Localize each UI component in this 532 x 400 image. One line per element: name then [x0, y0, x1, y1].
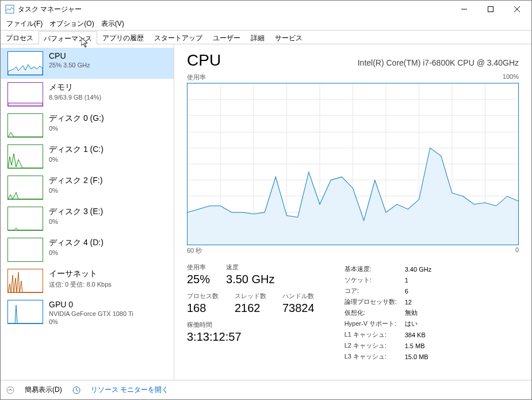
detail-pane: CPU Intel(R) Core(TM) i7-6800K CPU @ 3.4… — [174, 44, 531, 380]
menu-file[interactable]: ファイル(F) — [3, 18, 46, 30]
stat-label: コア: — [345, 286, 404, 296]
stat-logical: 12 — [405, 297, 438, 307]
close-button[interactable] — [504, 1, 530, 18]
stat-label: 仮想化: — [345, 308, 404, 318]
sidebar-item-label: ディスク 4 (D:) — [49, 238, 104, 248]
sidebar-item-label: ディスク 2 (F:) — [49, 176, 102, 186]
stat-label: L1 キャッシュ: — [345, 330, 404, 340]
menu-view[interactable]: 表示(V) — [98, 18, 128, 30]
svg-rect-5 — [8, 238, 43, 261]
disk-thumb-icon — [7, 176, 43, 200]
stat-cores: 6 — [405, 286, 438, 296]
sidebar-item-sub: 25% 3.50 GHz — [49, 62, 90, 68]
window-title: タスク マネージャー — [18, 5, 451, 14]
stat-processes: 168 — [187, 302, 219, 315]
sidebar-item-sub: 0% — [49, 125, 104, 132]
resmon-icon — [72, 386, 81, 394]
chart-x-end: 0 — [515, 246, 519, 255]
footer: 簡易表示(D) リソース モニターを開く — [1, 380, 531, 399]
window-controls — [451, 1, 530, 18]
sidebar-item-label: メモリ — [49, 82, 101, 93]
stat-virtualization: 無効 — [405, 308, 438, 318]
stat-usage: 25% — [187, 273, 210, 286]
open-resource-monitor-link[interactable]: リソース モニターを開く — [91, 385, 169, 395]
stat-label: L3 キャッシュ: — [345, 352, 404, 361]
sidebar-item-sub: 送信: 0 受信: 8.0 Kbps — [49, 280, 112, 289]
svg-point-24 — [7, 387, 14, 394]
sidebar: CPU25% 3.50 GHz メモリ8.9/63.9 GB (14%) ディス… — [1, 44, 174, 380]
svg-rect-0 — [6, 5, 14, 13]
stat-label: 稼働時間 — [187, 321, 315, 329]
tab-processes[interactable]: プロセス — [1, 31, 39, 44]
tab-details[interactable]: 詳細 — [246, 31, 270, 44]
stat-threads: 2162 — [235, 302, 266, 315]
stat-hyperv: はい — [405, 319, 438, 329]
disk-thumb-icon — [7, 207, 43, 231]
stat-l3: 15.0 MB — [405, 352, 438, 361]
disk-thumb-icon — [7, 144, 43, 169]
sidebar-item-disk4[interactable]: ディスク 4 (D:)0% — [1, 234, 174, 265]
chart-y-label: 使用率 — [187, 73, 206, 82]
memory-thumb-icon — [7, 82, 43, 106]
sidebar-item-disk3[interactable]: ディスク 3 (E:)0% — [1, 203, 174, 234]
stat-label: ハンドル数 — [282, 292, 315, 300]
tab-services[interactable]: サービス — [270, 31, 308, 44]
menu-options[interactable]: オプション(O) — [46, 18, 97, 30]
tabbar: プロセス パフォーマンス アプリの履歴 スタートアップ ユーザー 詳細 サービス — [1, 31, 531, 44]
sidebar-item-cpu[interactable]: CPU25% 3.50 GHz — [1, 48, 174, 79]
stat-uptime: 3:13:12:57 — [187, 330, 315, 344]
main-content: CPU25% 3.50 GHz メモリ8.9/63.9 GB (14%) ディス… — [1, 44, 531, 380]
maximize-button[interactable] — [477, 1, 504, 18]
sidebar-item-label: ディスク 1 (C:) — [49, 144, 104, 155]
sidebar-item-sub: 8.9/63.9 GB (14%) — [49, 94, 101, 101]
ethernet-thumb-icon — [7, 269, 43, 293]
chevron-up-icon[interactable] — [6, 386, 14, 394]
sidebar-item-sub: 0% — [49, 187, 102, 194]
app-icon — [5, 5, 14, 14]
sidebar-item-sub2: 0% — [49, 318, 133, 325]
stats-right: 基本速度:3.40 GHz ソケット:1 コア:6 論理プロセッサ数:12 仮想… — [343, 263, 440, 363]
stat-label: Hyper-V サポート: — [345, 319, 404, 329]
sidebar-item-disk0[interactable]: ディスク 0 (G:)0% — [1, 110, 174, 141]
sidebar-item-ethernet[interactable]: イーサネット送信: 0 受信: 8.0 Kbps — [1, 265, 174, 296]
stat-l2: 1.5 MB — [405, 341, 438, 351]
disk-thumb-icon — [7, 113, 43, 138]
stat-label: 基本速度: — [345, 264, 404, 274]
sidebar-item-disk1[interactable]: ディスク 1 (C:)0% — [1, 141, 174, 172]
stat-handles: 73824 — [282, 302, 315, 315]
tab-performance[interactable]: パフォーマンス — [39, 31, 97, 44]
cpu-usage-chart[interactable] — [187, 83, 519, 245]
chart-x-start: 60 秒 — [187, 246, 202, 255]
stat-label: プロセス数 — [187, 292, 219, 300]
sidebar-item-memory[interactable]: メモリ8.9/63.9 GB (14%) — [1, 79, 174, 110]
stat-label: 使用率 — [187, 263, 210, 272]
sidebar-item-sub: 0% — [49, 218, 103, 225]
fewer-details-button[interactable]: 簡易表示(D) — [25, 385, 62, 395]
sidebar-item-disk2[interactable]: ディスク 2 (F:)0% — [1, 172, 174, 203]
stat-speed: 3.50 GHz — [226, 273, 274, 286]
sidebar-item-label: CPU — [49, 51, 90, 60]
cpu-thumb-icon — [7, 51, 43, 75]
sidebar-item-label: ディスク 0 (G:) — [49, 113, 104, 124]
tab-startup[interactable]: スタートアップ — [149, 31, 208, 44]
processor-name: Intel(R) Core(TM) i7-6800K CPU @ 3.40GHz — [358, 58, 519, 67]
sidebar-item-sub: 0% — [49, 156, 104, 163]
stat-label: スレッド数 — [235, 292, 266, 300]
titlebar: タスク マネージャー — [1, 1, 531, 18]
stat-label: L2 キャッシュ: — [345, 341, 404, 351]
detail-title: CPU — [187, 51, 221, 70]
stat-label: 論理プロセッサ数: — [345, 297, 404, 307]
stat-label: ソケット: — [345, 275, 404, 285]
disk-thumb-icon — [7, 238, 43, 262]
gpu-thumb-icon — [7, 300, 43, 324]
sidebar-item-gpu[interactable]: GPU 0NVIDIA GeForce GTX 1080 Ti0% — [1, 296, 174, 329]
sidebar-item-sub: NVIDIA GeForce GTX 1080 Ti — [49, 310, 133, 317]
sidebar-item-label: イーサネット — [49, 269, 112, 279]
menubar: ファイル(F) オプション(O) 表示(V) — [1, 18, 531, 31]
stat-sockets: 1 — [405, 275, 438, 285]
minimize-button[interactable] — [451, 1, 477, 18]
tab-history[interactable]: アプリの履歴 — [97, 31, 149, 44]
stats: 使用率25% 速度3.50 GHz プロセス数168 スレッド数2162 ハンド… — [187, 263, 519, 363]
svg-rect-2 — [488, 7, 493, 12]
tab-users[interactable]: ユーザー — [208, 31, 246, 44]
